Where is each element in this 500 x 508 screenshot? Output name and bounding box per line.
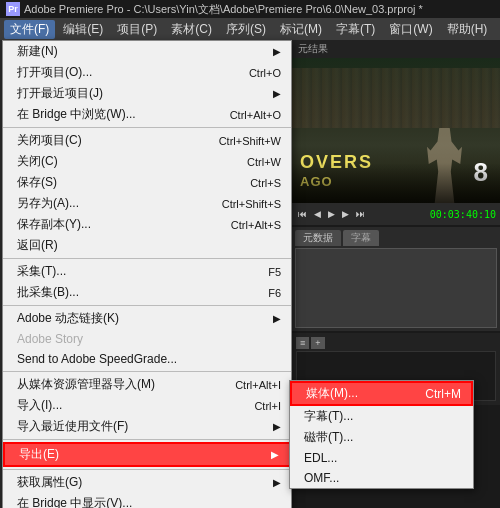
menu-export[interactable]: 导出(E) ▶ xyxy=(3,442,291,467)
menu-import-from-media-browser[interactable]: 从媒体资源管理器导入(M) Ctrl+Alt+I xyxy=(3,374,291,395)
menu-close-project[interactable]: 关闭项目(C) Ctrl+Shift+W xyxy=(3,130,291,151)
menu-get-properties[interactable]: 获取属性(G) ▶ xyxy=(3,472,291,493)
timeline-controls: ≡ + xyxy=(296,337,496,349)
file-dropdown-menu: 新建(N) ▶ 打开项目(O)... Ctrl+O 打开最近项目(J) ▶ 在 … xyxy=(2,40,292,508)
menu-marker[interactable]: 标记(M) xyxy=(274,20,328,39)
export-media[interactable]: 媒体(M)... Ctrl+M xyxy=(290,381,473,406)
play-button[interactable]: ▶ xyxy=(326,208,337,220)
submenu-arrow: ▶ xyxy=(273,46,281,57)
menu-open-recent[interactable]: 打开最近项目(J) ▶ xyxy=(3,83,291,104)
menu-dynamic-link[interactable]: Adobe 动态链接(K) ▶ xyxy=(3,308,291,329)
tab-captions[interactable]: 字幕 xyxy=(343,230,379,246)
timeline-btn-1[interactable]: ≡ xyxy=(296,337,309,349)
menu-batch-capture[interactable]: 批采集(B)... F6 xyxy=(3,282,291,303)
rewind-button[interactable]: ⏮ xyxy=(296,208,309,220)
title-text: Adobe Premiere Pro - C:\Users\Yin\文档\Ado… xyxy=(24,2,423,17)
export-tape[interactable]: 磁带(T)... xyxy=(290,427,473,448)
main-content: 新建(N) ▶ 打开项目(O)... Ctrl+O 打开最近项目(J) ▶ 在 … xyxy=(0,40,500,508)
menu-help[interactable]: 帮助(H) xyxy=(441,20,494,39)
tab-metadata[interactable]: 元数据 xyxy=(295,230,341,246)
menu-file[interactable]: 文件(F) xyxy=(4,20,55,39)
menu-edit[interactable]: 编辑(E) xyxy=(57,20,109,39)
submenu-arrow: ▶ xyxy=(271,449,279,460)
export-omf[interactable]: OMF... xyxy=(290,468,473,488)
menu-import-recent[interactable]: 导入最近使用文件(F) ▶ xyxy=(3,416,291,437)
export-submenu: 媒体(M)... Ctrl+M 字幕(T)... 磁带(T)... EDL...… xyxy=(289,380,474,489)
menu-sequence[interactable]: 序列(S) xyxy=(220,20,272,39)
program-monitor-label: 元结果 xyxy=(292,40,500,58)
menu-new[interactable]: 新建(N) ▶ xyxy=(3,41,291,62)
menu-bridge-browse[interactable]: 在 Bridge 中浏览(W)... Ctrl+Alt+O xyxy=(3,104,291,125)
video-preview: OVERS AGO 8 xyxy=(292,58,500,203)
crowd-bg xyxy=(292,68,500,128)
fast-forward-button[interactable]: ⏭ xyxy=(354,208,367,220)
panel-content-area xyxy=(295,248,497,328)
menu-speedgrade[interactable]: Send to Adobe SpeedGrade... xyxy=(3,349,291,369)
menu-project[interactable]: 项目(P) xyxy=(111,20,163,39)
submenu-arrow: ▶ xyxy=(273,88,281,99)
menu-capture[interactable]: 采集(T)... F5 xyxy=(3,261,291,282)
menu-title[interactable]: 字幕(T) xyxy=(330,20,381,39)
menu-clip[interactable]: 素材(C) xyxy=(165,20,218,39)
title-bar: Pr Adobe Premiere Pro - C:\Users\Yin\文档\… xyxy=(0,0,500,18)
menu-save-copy[interactable]: 保存副本(Y)... Ctrl+Alt+S xyxy=(3,214,291,235)
menu-window[interactable]: 窗口(W) xyxy=(383,20,438,39)
timecode-display: 00:03:40:10 xyxy=(430,209,496,220)
menu-save-as[interactable]: 另存为(A)... Ctrl+Shift+S xyxy=(3,193,291,214)
menu-bar: 文件(F) 编辑(E) 项目(P) 素材(C) 序列(S) 标记(M) 字幕(T… xyxy=(0,18,500,40)
menu-save[interactable]: 保存(S) Ctrl+S xyxy=(3,172,291,193)
menu-adobe-story: Adobe Story xyxy=(3,329,291,349)
menu-reveal-in-bridge[interactable]: 在 Bridge 中显示(V)... xyxy=(3,493,291,508)
step-forward-button[interactable]: ▶ xyxy=(340,208,351,220)
export-edl[interactable]: EDL... xyxy=(290,448,473,468)
video-controls: ⏮ ◀ ▶ ▶ ⏭ 00:03:40:10 xyxy=(292,203,500,225)
submenu-arrow: ▶ xyxy=(273,313,281,324)
menu-open-project[interactable]: 打开项目(O)... Ctrl+O xyxy=(3,62,291,83)
menu-revert[interactable]: 返回(R) xyxy=(3,235,291,256)
timeline-btn-2[interactable]: + xyxy=(311,337,324,349)
menu-close[interactable]: 关闭(C) Ctrl+W xyxy=(3,151,291,172)
submenu-arrow: ▶ xyxy=(273,477,281,488)
lower-panel: 元数据 字幕 xyxy=(292,227,500,331)
panel-tab-row: 元数据 字幕 xyxy=(295,230,497,246)
video-dark-stripe xyxy=(292,163,500,203)
app-icon: Pr xyxy=(6,2,20,16)
export-title[interactable]: 字幕(T)... xyxy=(290,406,473,427)
step-back-button[interactable]: ◀ xyxy=(312,208,323,220)
menu-import[interactable]: 导入(I)... Ctrl+I xyxy=(3,395,291,416)
submenu-arrow: ▶ xyxy=(273,421,281,432)
